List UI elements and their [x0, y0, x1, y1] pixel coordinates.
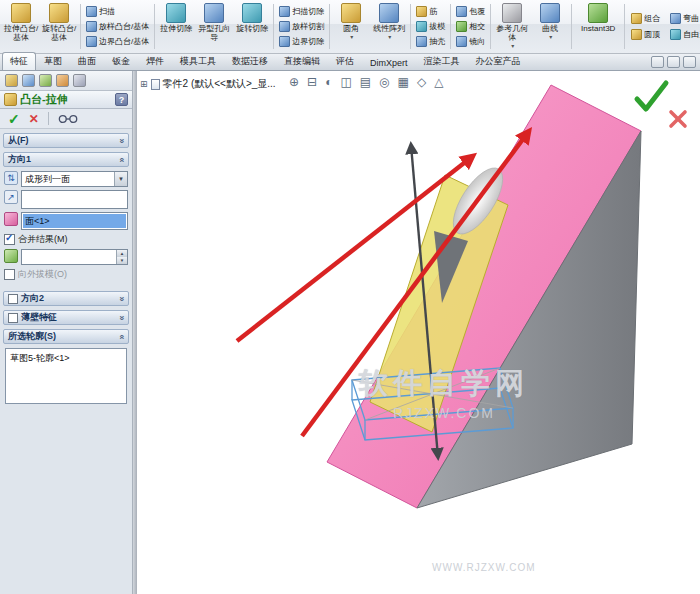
linear-pattern-button[interactable]: 线性阵列 ▾	[370, 1, 408, 52]
boundary-icon	[86, 36, 97, 47]
loft-boss-button[interactable]: 放样凸台/基体	[84, 20, 151, 34]
shell-button[interactable]: 抽壳	[414, 35, 447, 49]
button-label: 抽壳	[429, 36, 445, 47]
boundary-boss-button[interactable]: 边界凸台/基体	[84, 35, 151, 49]
tab-direct-editing[interactable]: 直接编辑	[276, 52, 328, 70]
displaymanager-tab-icon[interactable]	[73, 74, 86, 87]
thin-feature-checkbox[interactable]	[8, 313, 18, 323]
panel-tab-strip	[0, 71, 132, 91]
extrude-boss-button[interactable]: 拉伸凸台/基体	[2, 1, 40, 52]
outward-draft-checkbox[interactable]	[4, 269, 15, 280]
tab-sheet-metal[interactable]: 钣金	[104, 52, 138, 70]
fillet-button[interactable]: 圆角 ▾	[332, 1, 370, 52]
intersect-button[interactable]: 相交	[454, 20, 487, 34]
section-from[interactable]: 从(F) »	[3, 133, 129, 148]
instant3d-button[interactable]: Instant3D	[574, 1, 622, 52]
property-manager-actions: ✓ ✕	[0, 109, 132, 129]
graphics-viewport[interactable]: ⊞ 零件2 (默认<<默认>_显... ⊕ ⊟ ◐ ◫ ▤ ◎ ▦ ◇ △ 软件…	[137, 71, 700, 594]
freeform-button[interactable]: 自由形	[668, 28, 700, 42]
tab-evaluate[interactable]: 评估	[328, 52, 362, 70]
model-canvas	[137, 71, 700, 594]
spinner-arrows-icon[interactable]: ▲▼	[116, 250, 127, 264]
tab-office-products[interactable]: 办公室产品	[468, 52, 529, 70]
flyout-tree-icon[interactable]: ⊞	[140, 79, 148, 89]
four-view-icon[interactable]	[683, 56, 696, 68]
section-selected-contours[interactable]: 所选轮廓(S) «	[3, 329, 129, 344]
tab-mold-tools[interactable]: 模具工具	[172, 52, 224, 70]
face-selection-box[interactable]: 面<1>	[21, 212, 128, 230]
draft-angle-input[interactable]: ▲▼	[21, 249, 128, 265]
previous-view-icon[interactable]: ◐	[325, 76, 332, 88]
ribbon-separator	[624, 4, 625, 49]
view-orientation-icon[interactable]: ▤	[360, 76, 371, 88]
section-view-icon[interactable]: ◫	[340, 76, 351, 88]
revolve-boss-button[interactable]: 旋转凸台/基体	[40, 1, 78, 52]
rib-button[interactable]: 筋	[414, 5, 447, 19]
edit-appearance-icon[interactable]: ◇	[417, 76, 426, 88]
tab-render-tools[interactable]: 渲染工具	[416, 52, 468, 70]
button-label: 拉伸切除	[160, 24, 192, 33]
ok-button[interactable]: ✓	[8, 112, 20, 126]
mirror-button[interactable]: 镜向	[454, 35, 487, 49]
confirm-check-icon[interactable]	[637, 83, 666, 109]
sweep-boss-button[interactable]: 扫描	[84, 5, 151, 19]
tab-dimxpert[interactable]: DimXpert	[362, 55, 416, 70]
chevron-down-icon: ▾	[549, 33, 552, 40]
ribbon-separator	[154, 4, 155, 49]
ribbon-separator	[490, 4, 491, 49]
tab-features[interactable]: 特征	[2, 52, 36, 70]
selected-face-item[interactable]: 面<1>	[23, 214, 126, 228]
two-view-icon[interactable]	[667, 56, 680, 68]
help-button[interactable]: ?	[115, 93, 128, 106]
featuremanager-tab-icon[interactable]	[5, 74, 18, 87]
cancel-x-icon[interactable]	[671, 112, 685, 126]
direction-reference-input[interactable]	[21, 190, 128, 209]
sweep-cut-button[interactable]: 扫描切除	[277, 5, 326, 19]
tab-weldments[interactable]: 焊件	[138, 52, 172, 70]
chevron-down-icon: ▾	[350, 33, 353, 40]
detailed-preview-icon[interactable]	[58, 114, 79, 124]
selected-contours-box[interactable]: 草图5-轮廓<1>	[5, 348, 127, 404]
section-direction1[interactable]: 方向1 «	[3, 152, 129, 167]
chevron-down-icon: »	[116, 138, 126, 143]
ribbon-group-boss-advanced: 扫描 放样凸台/基体 边界凸台/基体	[82, 1, 153, 52]
face-reference-icon	[4, 212, 18, 226]
reverse-direction-icon[interactable]: ⇅	[4, 171, 18, 185]
direction2-checkbox[interactable]	[8, 294, 18, 304]
dimxpert-tab-icon[interactable]	[56, 74, 69, 87]
tab-sketch[interactable]: 草图	[36, 52, 70, 70]
boundary-cut-button[interactable]: 边界切除	[277, 35, 326, 49]
propertymanager-tab-icon[interactable]	[22, 74, 35, 87]
cancel-button[interactable]: ✕	[29, 113, 39, 125]
revolve-cut-button[interactable]: 旋转切除	[233, 1, 271, 52]
draft-button[interactable]: 拔模	[414, 20, 447, 34]
ribbon-group-wrap-mirror: 包覆 相交 镜向	[452, 1, 489, 52]
end-condition-select[interactable]: 成形到一面 ▼	[21, 171, 128, 187]
single-view-icon[interactable]	[651, 56, 664, 68]
zoom-fit-icon[interactable]: ⊕	[289, 76, 299, 88]
chevron-down-icon: »	[116, 315, 126, 320]
flex-button[interactable]: 弯曲	[668, 12, 700, 26]
wrap-button[interactable]: 包覆	[454, 5, 487, 19]
tab-data-migration[interactable]: 数据迁移	[224, 52, 276, 70]
button-label: 圆角	[343, 24, 359, 33]
wrap-icon	[456, 6, 467, 17]
zoom-area-icon[interactable]: ⊟	[307, 76, 317, 88]
extrude-cut-button[interactable]: 拉伸切除	[157, 1, 195, 52]
reference-geometry-button[interactable]: 参考几何体 ▾	[493, 1, 531, 52]
dome-button[interactable]: 圆顶	[629, 28, 662, 42]
section-direction2[interactable]: 方向2 »	[3, 291, 129, 306]
combine-button[interactable]: 组合	[629, 12, 662, 26]
hole-wizard-button[interactable]: 异型孔向导	[195, 1, 233, 52]
apply-scene-icon[interactable]: △	[434, 76, 443, 88]
merge-result-checkbox[interactable]: ✓	[4, 234, 15, 245]
tab-surfaces[interactable]: 曲面	[70, 52, 104, 70]
draft-icon[interactable]	[4, 249, 18, 263]
hide-show-items-icon[interactable]: ▦	[398, 76, 409, 88]
configurations-tab-icon[interactable]	[39, 74, 52, 87]
curves-button[interactable]: 曲线 ▾	[531, 1, 569, 52]
display-style-icon[interactable]: ◎	[379, 76, 389, 88]
contour-list-item[interactable]: 草图5-轮廓<1>	[8, 351, 124, 366]
section-thin-feature[interactable]: 薄壁特征 »	[3, 310, 129, 325]
loft-cut-button[interactable]: 放样切割	[277, 20, 326, 34]
